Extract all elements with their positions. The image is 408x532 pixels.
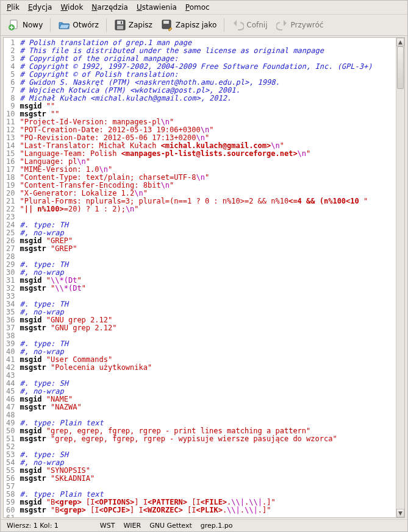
statusbar: Wiersz: 1 Kol: 1 WST WIER GNU Gettext gr… bbox=[1, 519, 407, 531]
status-wrap-mode: WIER bbox=[123, 522, 141, 530]
status-highlight-mode: GNU Gettext bbox=[149, 522, 192, 530]
menu-view[interactable]: Widok bbox=[60, 3, 83, 12]
toolbar: Nowy Otwórz Zapisz Zapisz jako Cofnij Pr… bbox=[1, 15, 407, 36]
saveas-label: Zapisz jako bbox=[176, 21, 217, 29]
menu-edit[interactable]: Edycja bbox=[28, 3, 52, 12]
separator bbox=[106, 18, 107, 32]
open-button[interactable]: Otwórz bbox=[54, 17, 102, 33]
status-insert-mode: WST bbox=[100, 522, 115, 530]
svg-rect-4 bbox=[117, 26, 123, 29]
menu-help[interactable]: Pomoc bbox=[185, 3, 210, 12]
svg-rect-5 bbox=[121, 21, 122, 24]
status-position: Wiersz: 1 Kol: 1 bbox=[7, 522, 59, 530]
saveas-icon bbox=[161, 19, 173, 31]
new-button[interactable]: Nowy bbox=[4, 17, 46, 33]
undo-icon bbox=[232, 19, 244, 31]
save-floppy-icon bbox=[114, 19, 126, 31]
scrollbar-vertical[interactable]: ▲ ▼ bbox=[396, 38, 404, 517]
scroll-down-button[interactable]: ▼ bbox=[396, 509, 404, 517]
scroll-up-button[interactable]: ▲ bbox=[396, 38, 404, 46]
menu-file[interactable]: Plik bbox=[7, 3, 20, 12]
separator bbox=[224, 18, 224, 32]
open-folder-icon bbox=[58, 19, 70, 31]
svg-rect-7 bbox=[163, 21, 169, 24]
save-button[interactable]: Zapisz bbox=[110, 17, 156, 33]
menu-settings[interactable]: Ustawienia bbox=[137, 3, 177, 12]
line-number-gutter: 1234567891011121314151617181920212223242… bbox=[4, 38, 18, 517]
new-label: Nowy bbox=[23, 21, 43, 29]
undo-label: Cofnij bbox=[246, 21, 267, 29]
saveas-button[interactable]: Zapisz jako bbox=[157, 17, 220, 33]
menu-tools[interactable]: Narzędzia bbox=[91, 3, 128, 12]
menubar: Plik Edycja Widok Narzędzia Ustawienia P… bbox=[1, 1, 407, 15]
scroll-thumb[interactable] bbox=[397, 46, 404, 89]
undo-button[interactable]: Cofnij bbox=[228, 17, 271, 33]
new-file-icon bbox=[8, 19, 20, 31]
redo-button[interactable]: Przywróć bbox=[273, 17, 327, 33]
scroll-track[interactable] bbox=[396, 46, 404, 509]
svg-rect-3 bbox=[117, 21, 123, 24]
separator bbox=[50, 18, 51, 32]
redo-icon bbox=[276, 19, 288, 31]
editor: 1234567891011121314151617181920212223242… bbox=[3, 37, 405, 518]
redo-label: Przywróć bbox=[291, 21, 324, 29]
save-label: Zapisz bbox=[129, 21, 152, 29]
code-area[interactable]: # Polish translation of grep.1 man page#… bbox=[18, 38, 396, 517]
open-label: Otwórz bbox=[73, 21, 99, 29]
status-filename: grep.1.po bbox=[201, 522, 233, 530]
